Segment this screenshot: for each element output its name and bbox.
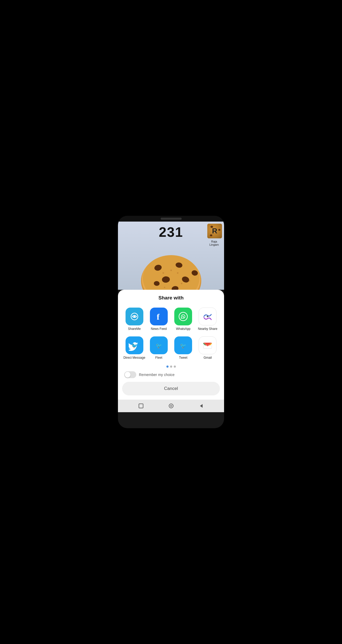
svg-text:🐦: 🐦 — [156, 342, 162, 349]
remember-toggle[interactable] — [124, 371, 136, 378]
remember-label: Remember my choice — [139, 373, 175, 377]
phone-screen: 231 R Raja Lingam — [118, 222, 224, 428]
app-whatsapp[interactable]: WhatsApp — [171, 306, 196, 333]
twitter-tweet-icon: 🐦 — [174, 336, 192, 354]
svg-text:f: f — [157, 312, 160, 321]
fleet-label: Fleet — [155, 356, 162, 360]
back-button[interactable] — [198, 402, 205, 410]
nearby-label: Nearby Share — [198, 327, 217, 331]
game-area: 231 R Raja Lingam — [118, 222, 224, 290]
gmail-label: Gmail — [204, 356, 212, 360]
svg-text:🐦: 🐦 — [131, 342, 138, 349]
share-sheet: Share with ShareMe — [118, 290, 224, 400]
avatar-letter: R — [212, 227, 217, 235]
shareme-icon — [126, 308, 143, 325]
app-shareme[interactable]: ShareMe — [122, 306, 146, 333]
share-title: Share with — [158, 295, 183, 301]
svg-point-10 — [162, 272, 164, 274]
app-tweet[interactable]: 🐦 Tweet — [171, 335, 196, 362]
svg-point-26 — [170, 405, 172, 407]
svg-point-11 — [177, 272, 178, 274]
svg-rect-24 — [139, 404, 143, 408]
notch — [161, 218, 182, 220]
nearby-icon — [199, 308, 216, 325]
twitter-fleet-icon: 🐦 — [150, 336, 168, 354]
svg-point-13 — [181, 283, 182, 284]
whatsapp-icon — [174, 308, 192, 325]
user-avatar: R — [207, 224, 222, 238]
newsfeed-label: News Feed — [151, 327, 167, 331]
chip-2 — [218, 229, 220, 231]
app-directmessage[interactable]: 🐦 Direct Message — [122, 335, 146, 362]
shareme-label: ShareMe — [128, 327, 141, 331]
dot-3 — [174, 366, 176, 368]
svg-point-2 — [143, 255, 199, 290]
dot-1 — [166, 366, 169, 368]
score-display: 231 — [159, 224, 183, 240]
phone-frame: 231 R Raja Lingam — [118, 216, 224, 428]
app-gmail[interactable]: Gmail — [196, 335, 220, 362]
user-name: Raja Lingam — [206, 240, 222, 246]
dot-2 — [170, 366, 172, 368]
home-button[interactable] — [167, 402, 175, 410]
cancel-button[interactable]: Cancel — [122, 382, 220, 395]
cookie-image — [137, 239, 205, 290]
remember-row: Remember my choice — [122, 371, 220, 378]
app-fleet[interactable]: 🐦 Fleet — [146, 335, 171, 362]
svg-point-12 — [170, 270, 172, 271]
facebook-icon: f — [150, 308, 168, 325]
app-nearbyshare[interactable]: Nearby Share — [196, 306, 220, 333]
bottom-navigation — [118, 400, 224, 412]
svg-point-16 — [134, 316, 135, 317]
page-dots — [166, 366, 176, 368]
whatsapp-label: WhatsApp — [176, 327, 190, 331]
svg-point-15 — [189, 280, 190, 282]
recent-apps-button[interactable] — [137, 402, 145, 410]
gmail-icon — [199, 336, 216, 354]
svg-text:🐦: 🐦 — [180, 342, 187, 349]
toggle-thumb — [125, 372, 131, 378]
twitter-dm-icon: 🐦 — [126, 336, 143, 354]
svg-point-14 — [164, 287, 165, 288]
dm-label: Direct Message — [123, 356, 145, 360]
svg-point-25 — [169, 404, 173, 408]
apps-grid: ShareMe f News Feed — [122, 306, 220, 361]
status-bar — [118, 216, 224, 222]
svg-marker-27 — [200, 404, 203, 408]
tweet-label: Tweet — [179, 356, 187, 360]
svg-point-19 — [207, 316, 208, 317]
app-newsfeed[interactable]: f News Feed — [146, 306, 171, 333]
